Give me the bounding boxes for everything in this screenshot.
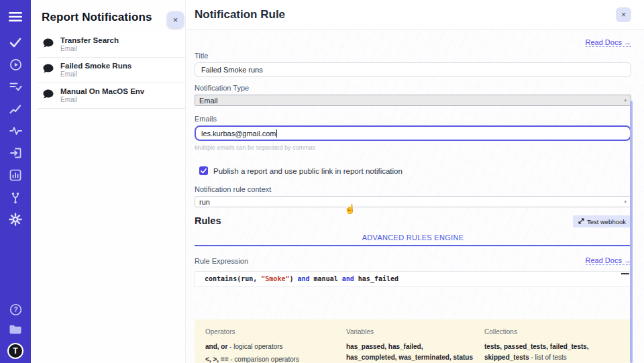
- code-token: has_failed: [354, 275, 398, 282]
- close-icon: ×: [621, 10, 626, 19]
- context-label: Notification rule context: [195, 185, 631, 193]
- rules-row: Rules Test webhook: [195, 215, 631, 227]
- help-column: Collections tests, passed_tests, failed_…: [484, 328, 621, 363]
- editor-resize-handle[interactable]: [621, 273, 629, 274]
- notification-title: Failed Smoke Runs: [60, 62, 131, 70]
- rule-expression-editor[interactable]: contains(run, "Smoke") and manual and ha…: [195, 271, 631, 287]
- notification-type-label: Notification Type: [195, 84, 631, 92]
- code-token: and: [342, 275, 354, 282]
- modal-header: Notification Rule ×: [186, 0, 644, 30]
- notification-list-item[interactable]: Manual On MacOS Env Email: [38, 83, 185, 109]
- emails-input[interactable]: les.kurbas@gmail.com: [195, 125, 631, 141]
- panel-header: Report Notifications: [31, 0, 185, 32]
- vertical-scrollbar[interactable]: [630, 101, 633, 363]
- panel-close-button[interactable]: ×: [167, 11, 184, 28]
- help-circle-icon[interactable]: ?: [8, 303, 23, 316]
- app-logo-letter: T: [9, 344, 22, 358]
- notification-texts: Transfer Search Email: [60, 36, 119, 52]
- docs-row: Read Docs →: [195, 36, 631, 45]
- help-column-lines: and, or - logical operators<, >, == - co…: [205, 342, 337, 363]
- publish-checkbox-row[interactable]: Publish a report and use public link in …: [199, 166, 631, 175]
- chevron-down-icon: ▾: [624, 98, 627, 103]
- notification-title: Transfer Search: [60, 36, 119, 44]
- analytics-bar-chart-icon[interactable]: [8, 168, 23, 182]
- help-column: Operators and, or - logical operators<, …: [205, 328, 337, 363]
- app-logo[interactable]: T: [7, 343, 23, 359]
- chat-bubble-icon: [42, 89, 54, 103]
- rule-expression-code: contains(run, "Smoke") and manual and ha…: [205, 275, 398, 282]
- help-column-heading: Collections: [484, 328, 621, 335]
- code-token: "Smoke": [261, 275, 289, 282]
- panel-title: Report Notifications: [42, 11, 152, 23]
- runs-play-icon[interactable]: [8, 58, 23, 71]
- svg-text:?: ?: [13, 306, 17, 313]
- notification-title: Manual On MacOS Env: [60, 87, 144, 95]
- context-select[interactable]: run ▾: [195, 196, 631, 207]
- chevron-down-icon: ▾: [624, 199, 627, 205]
- test-webhook-label: Test webhook: [587, 218, 626, 225]
- help-term: <, >, ==: [205, 356, 228, 363]
- code-token: contains(run,: [205, 275, 261, 282]
- notification-type: Email: [60, 45, 119, 52]
- notification-texts: Failed Smoke Runs Email: [60, 62, 131, 78]
- read-docs-link[interactable]: Read Docs →: [586, 38, 631, 47]
- help-column-heading: Operators: [205, 328, 337, 335]
- help-description: - comparison operators: [228, 356, 299, 363]
- expression-help-panel: Operators and, or - logical operators<, …: [195, 319, 631, 363]
- modal-close-button[interactable]: ×: [616, 7, 631, 22]
- help-term: has_passed, has_failed, has_completed, w…: [346, 343, 473, 361]
- help-column-lines: has_passed, has_failed, has_completed, w…: [346, 342, 475, 363]
- tests-check-icon[interactable]: [8, 36, 23, 49]
- help-description: - list of tests: [529, 354, 567, 361]
- app-sidebar: ? T: [0, 0, 31, 363]
- activity-pulse-icon[interactable]: [8, 124, 23, 138]
- read-docs-link[interactable]: Read Docs →: [586, 256, 631, 265]
- modal-title: Notification Rule: [195, 8, 285, 21]
- report-notifications-panel: Report Notifications × Transfer Search E…: [31, 0, 186, 363]
- trend-steps-icon[interactable]: [8, 102, 23, 115]
- tab-advanced-rules-engine[interactable]: ADVANCED RULES ENGINE: [362, 234, 464, 242]
- menu-icon[interactable]: [8, 9, 23, 24]
- context-value: run: [199, 198, 210, 206]
- plans-list-check-icon[interactable]: [8, 80, 23, 93]
- help-column-heading: Variables: [346, 328, 475, 335]
- help-line: tests, passed_tests, failed_tests, skipp…: [484, 342, 621, 363]
- settings-gear-icon[interactable]: [8, 213, 23, 226]
- rule-expression-row: Rule Expression Read Docs →: [195, 256, 631, 265]
- notification-list-item[interactable]: Failed Smoke Runs Email: [38, 58, 185, 83]
- modal-content: Read Docs → Title Failed Smoke runs Noti…: [186, 36, 644, 363]
- projects-folder-icon[interactable]: [8, 323, 23, 336]
- help-column-lines: tests, passed_tests, failed_tests, skipp…: [484, 342, 621, 363]
- title-input-value: Failed Smoke runs: [201, 66, 263, 74]
- checkbox-checked-icon[interactable]: [199, 166, 208, 175]
- notification-rule-modal: Notification Rule × Read Docs → Title Fa…: [186, 0, 644, 363]
- help-column: Variables has_passed, has_failed, has_co…: [346, 328, 475, 363]
- diagonal-arrows-icon: [578, 218, 584, 225]
- emails-hint: Multiple emails can be separated by comm…: [195, 144, 631, 151]
- text-cursor: [276, 129, 277, 138]
- code-token: manual: [310, 275, 342, 282]
- title-input[interactable]: Failed Smoke runs: [195, 62, 631, 77]
- code-token: and: [298, 275, 310, 282]
- notification-list-item[interactable]: Transfer Search Email: [38, 32, 185, 58]
- test-webhook-button[interactable]: Test webhook: [573, 215, 631, 227]
- notification-texts: Manual On MacOS Env Email: [60, 87, 144, 103]
- close-icon: ×: [173, 15, 178, 25]
- rules-tabbar: ADVANCED RULES ENGINE: [195, 229, 631, 246]
- notification-type-select[interactable]: Email ▾: [195, 95, 631, 106]
- sign-in-icon[interactable]: [8, 146, 23, 160]
- help-line: and, or - logical operators: [205, 342, 337, 352]
- code-token: ): [289, 275, 297, 282]
- help-description: - logical operators: [227, 343, 282, 350]
- emails-label: Emails: [195, 115, 631, 123]
- help-line: has_passed, has_failed, has_completed, w…: [346, 342, 475, 363]
- emails-input-value: les.kurbas@gmail.com: [201, 129, 276, 138]
- notification-type: Email: [60, 96, 144, 103]
- chat-bubble-icon: [42, 63, 54, 77]
- rule-expression-label: Rule Expression: [195, 257, 248, 265]
- branch-icon[interactable]: [8, 191, 23, 204]
- chat-bubble-icon: [42, 38, 54, 52]
- help-line: <, >, == - comparison operators: [205, 354, 337, 363]
- notification-type: Email: [60, 70, 131, 78]
- publish-checkbox-label: Publish a report and use public link in …: [213, 167, 402, 175]
